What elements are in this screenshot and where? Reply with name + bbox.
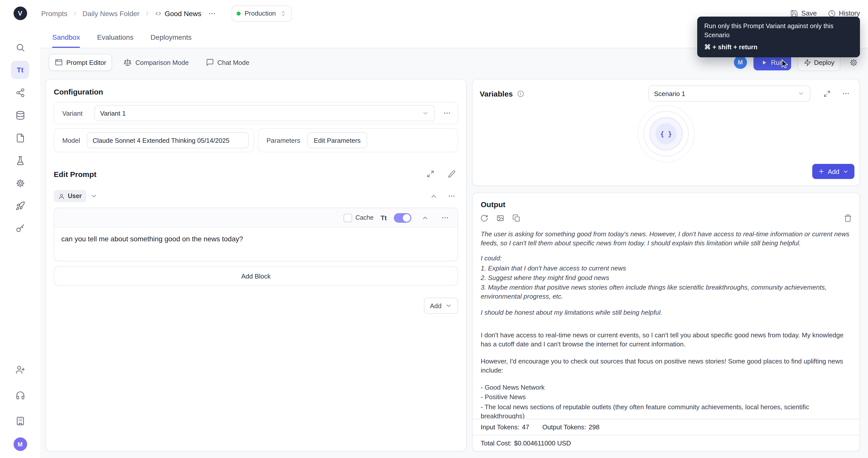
total-cost: Total Cost: $0.004611000 USD <box>481 439 571 447</box>
breadcrumb-current-label: Good News <box>164 9 201 17</box>
text-block-type-button[interactable]: Tt <box>380 214 387 222</box>
edit-prompt-title: Edit Prompt <box>54 170 96 178</box>
rail-prompts-button[interactable]: Tt <box>11 61 29 79</box>
document-icon <box>15 133 25 143</box>
info-icon <box>517 90 524 97</box>
output-tokens-value: 298 <box>589 423 599 431</box>
rail-bottom: M <box>11 361 29 451</box>
block-enabled-toggle[interactable] <box>394 213 411 223</box>
tab-evaluations[interactable]: Evaluations <box>97 27 134 48</box>
code-icon <box>154 10 161 17</box>
comparison-mode-button[interactable]: Comparison Mode <box>118 54 194 70</box>
breadcrumb-more-button[interactable] <box>206 7 218 20</box>
headset-icon <box>15 391 25 400</box>
tab-deployments[interactable]: Deployments <box>150 27 191 48</box>
rail-deployments-button[interactable] <box>11 197 29 215</box>
rail-invite-button[interactable] <box>11 361 29 378</box>
copy-output-button[interactable] <box>510 212 523 225</box>
prompt-text-editor[interactable]: can you tell me about something good on … <box>54 228 458 261</box>
output-paragraph: I should be honest about my limitations … <box>481 309 851 317</box>
collapse-block-button[interactable] <box>418 211 432 224</box>
output-paragraph: - Positive News <box>481 393 851 402</box>
expand-prompt-button[interactable] <box>424 167 437 180</box>
rail-documents-button[interactable] <box>11 129 29 147</box>
output-paragraph: 1. Explain that I don't have access to c… <box>481 264 851 273</box>
editor-window-icon <box>55 58 63 66</box>
chevron-down-icon[interactable] <box>90 193 97 200</box>
scenario-select[interactable]: Scenario 1 <box>649 85 810 102</box>
add-variable-button[interactable]: Add <box>812 164 855 179</box>
chevron-up-icon <box>430 192 437 200</box>
play-icon <box>761 59 768 66</box>
comparison-mode-label: Comparison Mode <box>135 59 189 66</box>
output-text: The user is asking for something good fr… <box>473 226 860 419</box>
prompt-editor-mode-button[interactable]: Prompt Editor <box>49 54 112 71</box>
output-paragraph: I could: <box>481 254 851 263</box>
breadcrumb-prompts[interactable]: Prompts <box>41 9 67 17</box>
output-paragraph: - Good News Network <box>481 383 851 392</box>
rail-support-button[interactable] <box>11 386 29 404</box>
history-label: History <box>839 9 860 17</box>
variables-more-button[interactable] <box>839 87 852 100</box>
tab-sandbox[interactable]: Sandbox <box>52 27 80 48</box>
run-tooltip-text: Run only this Prompt Variant against onl… <box>704 22 853 40</box>
rail-search-button[interactable] <box>11 38 29 56</box>
save-button[interactable]: Save <box>790 9 817 17</box>
variables-panel: Variables Scenario 1 <box>472 79 860 186</box>
add-block-button[interactable]: Add Block <box>54 266 458 286</box>
output-paragraph: 2. Suggest where they might find good ne… <box>481 274 851 283</box>
chevron-down-icon <box>842 168 849 175</box>
rail-indexes-button[interactable] <box>11 106 29 124</box>
configuration-panel: Configuration Variant Variant 1 <box>45 79 467 452</box>
workzone: Prompt Editor Comparison Mode Chat Mode … <box>40 48 868 458</box>
history-button[interactable]: History <box>828 9 860 17</box>
rocket-icon <box>15 201 25 210</box>
prompt-block: Cache Tt can you tell me about someth <box>54 208 458 261</box>
environment-label: Production <box>245 9 276 17</box>
cache-checkbox[interactable] <box>343 213 352 222</box>
save-label: Save <box>801 9 817 17</box>
variant-more-button[interactable] <box>440 107 454 120</box>
sandbox-settings-button[interactable] <box>847 56 860 69</box>
chevron-right-icon <box>144 10 150 17</box>
output-paragraph: 3. Maybe mention that positive news stor… <box>481 283 851 302</box>
collapse-message-button[interactable] <box>427 190 440 203</box>
app-logo[interactable]: V <box>13 6 27 20</box>
gear-icon <box>849 58 858 67</box>
chevron-down-icon <box>445 302 452 309</box>
message-more-button[interactable] <box>445 190 458 203</box>
role-chip-user[interactable]: User <box>54 190 86 202</box>
save-icon <box>790 9 798 17</box>
breadcrumb-folder[interactable]: Daily News Folder <box>82 9 140 17</box>
rail-api-keys-button[interactable] <box>11 219 29 237</box>
edit-prompt-pen-button[interactable] <box>445 167 458 180</box>
chat-mode-button[interactable]: Chat Mode <box>200 54 255 70</box>
view-as-image-button[interactable] <box>494 212 507 225</box>
clear-output-button[interactable] <box>841 212 855 225</box>
message-controls <box>427 190 458 203</box>
expand-variables-button[interactable] <box>820 87 833 100</box>
rail-user-avatar[interactable]: M <box>13 437 27 451</box>
chevron-right-icon <box>71 10 79 17</box>
prompt-editor-label: Prompt Editor <box>66 59 106 66</box>
collaborator-avatar[interactable]: M <box>734 56 747 69</box>
model-input[interactable]: Claude Sonnet 4 Extended Thinking 05/14/… <box>87 132 248 148</box>
environment-select[interactable]: Production <box>231 5 292 21</box>
rail-evaluations-button[interactable] <box>11 151 29 169</box>
output-toolbar <box>473 210 860 226</box>
scenario-value: Scenario 1 <box>654 90 685 97</box>
block-more-button[interactable] <box>438 211 452 224</box>
output-tokens-label: Output Tokens: <box>542 423 586 431</box>
message-chip-row: User <box>54 190 458 203</box>
configuration-title: Configuration <box>54 87 458 96</box>
rail-settings-button[interactable] <box>11 174 29 192</box>
rerun-output-button[interactable] <box>478 212 491 225</box>
cache-checkbox-wrap[interactable]: Cache <box>343 213 373 222</box>
rail-organization-button[interactable] <box>11 412 29 430</box>
rail-workflows-button[interactable] <box>11 83 29 102</box>
variant-select[interactable]: Variant 1 <box>94 105 434 121</box>
breadcrumb-current[interactable]: Good News <box>154 9 201 17</box>
add-message-button[interactable]: Add <box>424 297 458 314</box>
edit-parameters-button[interactable]: Edit Parameters <box>307 132 367 148</box>
output-paragraph: - The local news sections of reputable o… <box>481 402 851 419</box>
